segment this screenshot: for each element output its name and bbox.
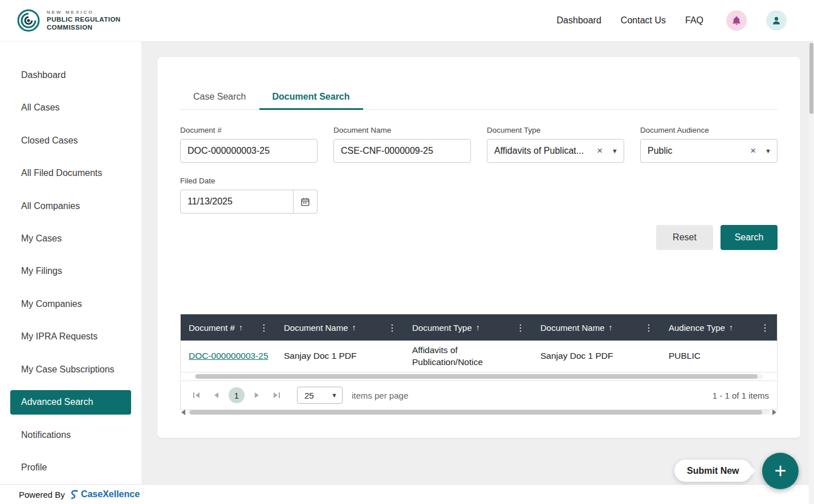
sidebar-item-dashboard[interactable]: Dashboard (0, 59, 141, 91)
document-type-label: Document Type (487, 126, 624, 134)
nav-dashboard[interactable]: Dashboard (557, 15, 601, 26)
tab-case-search[interactable]: Case Search (180, 84, 259, 109)
sidebar-item-all-cases[interactable]: All Cases (0, 91, 141, 124)
logo-text-line2: PUBLIC REGULATION (47, 15, 121, 23)
sidebar-item-my-ipra-requests[interactable]: My IPRA Requests (0, 321, 141, 353)
column-menu-icon[interactable]: ⋮ (642, 322, 656, 333)
page-number-1[interactable]: 1 (229, 387, 245, 403)
column-header-document-type[interactable]: Document Type ↑ ⋮ (404, 314, 532, 341)
logo-text-line1: NEW MEXICO (47, 10, 121, 15)
submit-new-button[interactable]: + (762, 453, 799, 489)
column-menu-icon[interactable]: ⋮ (514, 322, 528, 333)
card-horizontal-scrollbar-thumb[interactable] (190, 410, 762, 415)
bell-icon (731, 15, 742, 26)
sidebar-item-my-case-subscriptions[interactable]: My Case Subscriptions (0, 353, 141, 386)
sort-asc-icon[interactable]: ↑ (352, 323, 356, 332)
document-number-link[interactable]: DOC-000000003-25 (189, 351, 268, 360)
notifications-button[interactable] (726, 10, 747, 31)
page-vertical-scrollbar-thumb[interactable] (809, 43, 813, 114)
powered-by-label: Powered By (19, 490, 65, 499)
prev-page-button[interactable] (208, 387, 224, 403)
document-name-input[interactable] (333, 139, 471, 163)
next-page-button[interactable] (249, 387, 265, 403)
column-label: Document # (189, 323, 235, 333)
table-horizontal-scrollbar-thumb[interactable] (196, 374, 758, 379)
casexellence-logo-icon (70, 489, 79, 499)
cell-document-name-2: Sanjay Doc 1 PDF (532, 347, 661, 365)
plus-icon: + (774, 461, 786, 481)
next-page-icon (254, 392, 260, 399)
sort-asc-icon[interactable]: ↑ (239, 323, 243, 332)
column-menu-icon[interactable]: ⋮ (257, 322, 271, 333)
sidebar-item-notifications[interactable]: Notifications (0, 419, 141, 451)
dropdown-arrow-icon[interactable]: ▼ (609, 147, 618, 154)
date-picker-button[interactable] (294, 190, 318, 214)
nav-faq[interactable]: FAQ (685, 15, 703, 26)
search-form: Document # Document Name Document Type A… (180, 126, 778, 214)
sort-asc-icon[interactable]: ↑ (609, 323, 613, 332)
sidebar-item-closed-cases[interactable]: Closed Cases (0, 124, 141, 157)
sidebar-item-my-cases[interactable]: My Cases (0, 222, 141, 255)
page-size-value: 25 (304, 391, 324, 400)
sidebar-item-advanced-search[interactable]: Advanced Search (10, 390, 131, 415)
form-actions: Reset Search (180, 225, 778, 250)
tab-document-search[interactable]: Document Search (259, 84, 363, 109)
submit-new-label[interactable]: Submit New (674, 460, 752, 482)
document-audience-select[interactable]: Public × ▼ (640, 139, 778, 163)
card-horizontal-scrollbar-track[interactable] (188, 410, 770, 415)
card-horizontal-scrollbar (181, 409, 776, 415)
clear-icon[interactable]: × (595, 145, 605, 157)
nmprc-logo-icon (16, 8, 41, 33)
column-menu-icon[interactable]: ⋮ (385, 322, 400, 333)
nav-contact-us[interactable]: Contact Us (621, 15, 666, 26)
nmprc-logo: NEW MEXICO PUBLIC REGULATION COMMISSION (16, 8, 121, 33)
casexellence-logo: CaseXellence (70, 489, 140, 499)
results-table: Document # ↑ ⋮ Document Name ↑ ⋮ Documen… (180, 314, 778, 379)
table-horizontal-scrollbar (194, 374, 763, 379)
sidebar-item-profile[interactable]: Profile (0, 452, 141, 484)
document-type-value: Affidavits of Publicat... (494, 146, 590, 156)
search-card: Case Search Document Search Document # D… (157, 57, 800, 438)
cell-document-name: Sanjay Doc 1 PDF (276, 347, 404, 365)
sidebar: Dashboard All Cases Closed Cases All Fil… (0, 42, 141, 484)
scroll-right-icon[interactable] (772, 409, 776, 415)
document-number-field-group: Document # (180, 126, 318, 163)
column-header-document-number[interactable]: Document # ↑ ⋮ (181, 314, 276, 341)
column-menu-icon[interactable]: ⋮ (758, 322, 772, 333)
sort-asc-icon[interactable]: ↑ (476, 323, 480, 332)
sidebar-item-my-filings[interactable]: My Filings (0, 255, 141, 288)
column-label: Audience Type (669, 323, 725, 333)
document-type-field-group: Document Type Affidavits of Publicat... … (487, 126, 624, 163)
logo-text: NEW MEXICO PUBLIC REGULATION COMMISSION (47, 10, 121, 32)
page-vertical-scrollbar[interactable] (809, 42, 814, 504)
search-button[interactable]: Search (721, 225, 778, 250)
profile-button[interactable] (766, 10, 787, 31)
first-page-button[interactable] (189, 387, 205, 403)
sort-asc-icon[interactable]: ↑ (729, 323, 733, 332)
last-page-button[interactable] (268, 387, 284, 403)
search-tabs: Case Search Document Search (180, 84, 778, 110)
document-audience-label: Document Audience (640, 126, 778, 134)
document-type-select[interactable]: Affidavits of Publicat... × ▼ (487, 139, 624, 163)
first-page-icon (193, 392, 201, 399)
page: NEW MEXICO PUBLIC REGULATION COMMISSION … (0, 0, 814, 504)
sidebar-item-all-filed-documents[interactable]: All Filed Documents (0, 157, 141, 189)
column-header-document-name[interactable]: Document Name ↑ ⋮ (276, 314, 404, 341)
table-row: DOC-000000003-25 Sanjay Doc 1 PDF Affida… (181, 341, 777, 372)
column-label: Document Name (540, 323, 605, 333)
document-number-input[interactable] (180, 139, 318, 163)
logo-text-line3: COMMISSION (47, 23, 121, 31)
sidebar-item-my-companies[interactable]: My Companies (0, 288, 141, 320)
scroll-left-icon[interactable] (181, 409, 185, 415)
page-footer: Powered By CaseXellence (0, 484, 814, 504)
sidebar-item-all-companies[interactable]: All Companies (0, 190, 141, 222)
column-header-audience-type[interactable]: Audience Type ↑ ⋮ (661, 314, 777, 341)
column-header-document-name-2[interactable]: Document Name ↑ ⋮ (532, 314, 661, 341)
document-name-label: Document Name (333, 126, 471, 134)
page-size-select[interactable]: 25 ▼ (297, 387, 343, 404)
reset-button[interactable]: Reset (656, 225, 713, 250)
filed-date-input[interactable] (180, 190, 294, 214)
document-number-label: Document # (180, 126, 318, 134)
clear-icon[interactable]: × (748, 145, 758, 157)
dropdown-arrow-icon[interactable]: ▼ (763, 147, 771, 154)
